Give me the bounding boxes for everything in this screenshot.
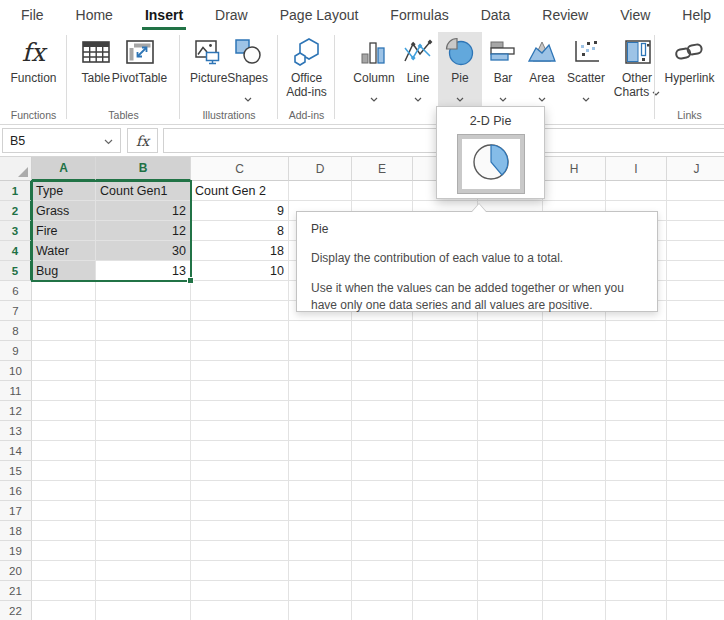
cell-C7[interactable] xyxy=(191,301,289,321)
row-header-17[interactable]: 17 xyxy=(0,501,32,521)
cell-D10[interactable] xyxy=(289,361,352,381)
cell-C22[interactable] xyxy=(191,601,289,620)
row-header-16[interactable]: 16 xyxy=(0,481,32,501)
cell-C8[interactable] xyxy=(191,321,289,341)
column-header-D[interactable]: D xyxy=(289,157,352,181)
cell-F22[interactable] xyxy=(413,601,478,620)
cell-G12[interactable] xyxy=(478,401,543,421)
cell-H17[interactable] xyxy=(543,501,606,521)
cell-I21[interactable] xyxy=(606,581,667,601)
row-header-4[interactable]: 4 xyxy=(0,241,32,261)
tab-file[interactable]: File xyxy=(5,0,60,30)
cell-D8[interactable] xyxy=(289,321,352,341)
cell-G11[interactable] xyxy=(478,381,543,401)
cell-B6[interactable] xyxy=(96,281,191,301)
cell-J9[interactable] xyxy=(667,341,724,361)
cell-A20[interactable] xyxy=(32,561,96,581)
cell-B18[interactable] xyxy=(96,521,191,541)
cell-D11[interactable] xyxy=(289,381,352,401)
cell-E20[interactable] xyxy=(352,561,413,581)
row-header-15[interactable]: 15 xyxy=(0,461,32,481)
cell-A5[interactable]: Bug xyxy=(32,261,96,281)
cell-I9[interactable] xyxy=(606,341,667,361)
cell-F13[interactable] xyxy=(413,421,478,441)
line-chart-button[interactable]: Line xyxy=(402,32,434,106)
cell-G9[interactable] xyxy=(478,341,543,361)
cell-C11[interactable] xyxy=(191,381,289,401)
insert-function-button[interactable]: fx xyxy=(127,128,158,153)
cell-I13[interactable] xyxy=(606,421,667,441)
cell-J21[interactable] xyxy=(667,581,724,601)
hyperlink-button[interactable]: Hyperlink xyxy=(664,32,714,106)
cell-E21[interactable] xyxy=(352,581,413,601)
function-button[interactable]: fx Function xyxy=(10,32,56,106)
cell-B22[interactable] xyxy=(96,601,191,620)
cell-I22[interactable] xyxy=(606,601,667,620)
cell-J13[interactable] xyxy=(667,421,724,441)
cell-B20[interactable] xyxy=(96,561,191,581)
cell-F20[interactable] xyxy=(413,561,478,581)
row-header-21[interactable]: 21 xyxy=(0,581,32,601)
row-header-22[interactable]: 22 xyxy=(0,601,32,620)
tab-formulas[interactable]: Formulas xyxy=(374,0,464,30)
cell-D19[interactable] xyxy=(289,541,352,561)
cell-J10[interactable] xyxy=(667,361,724,381)
cell-J17[interactable] xyxy=(667,501,724,521)
cell-C10[interactable] xyxy=(191,361,289,381)
tab-data[interactable]: Data xyxy=(465,0,527,30)
cell-C15[interactable] xyxy=(191,461,289,481)
cell-H8[interactable] xyxy=(543,321,606,341)
cell-A8[interactable] xyxy=(32,321,96,341)
cell-D20[interactable] xyxy=(289,561,352,581)
column-header-B[interactable]: B xyxy=(96,157,191,181)
row-header-11[interactable]: 11 xyxy=(0,381,32,401)
cell-G20[interactable] xyxy=(478,561,543,581)
cell-H15[interactable] xyxy=(543,461,606,481)
cell-A4[interactable]: Water xyxy=(32,241,96,261)
cell-A7[interactable] xyxy=(32,301,96,321)
cell-J8[interactable] xyxy=(667,321,724,341)
cell-G17[interactable] xyxy=(478,501,543,521)
cell-F11[interactable] xyxy=(413,381,478,401)
office-addins-button[interactable]: Office Add-ins xyxy=(286,32,327,106)
cell-F17[interactable] xyxy=(413,501,478,521)
bar-chart-button[interactable]: Bar xyxy=(486,32,520,106)
column-header-E[interactable]: E xyxy=(352,157,413,181)
select-all-corner[interactable] xyxy=(0,157,32,181)
cell-H22[interactable] xyxy=(543,601,606,620)
cell-H21[interactable] xyxy=(543,581,606,601)
cell-E11[interactable] xyxy=(352,381,413,401)
cell-E10[interactable] xyxy=(352,361,413,381)
fill-handle[interactable] xyxy=(187,277,194,284)
cell-A17[interactable] xyxy=(32,501,96,521)
cell-C13[interactable] xyxy=(191,421,289,441)
cell-G14[interactable] xyxy=(478,441,543,461)
tab-review[interactable]: Review xyxy=(526,0,604,30)
cell-J16[interactable] xyxy=(667,481,724,501)
cell-G15[interactable] xyxy=(478,461,543,481)
tab-insert[interactable]: Insert xyxy=(129,0,199,30)
row-header-18[interactable]: 18 xyxy=(0,521,32,541)
cell-D14[interactable] xyxy=(289,441,352,461)
cell-E13[interactable] xyxy=(352,421,413,441)
cell-H9[interactable] xyxy=(543,341,606,361)
cell-F12[interactable] xyxy=(413,401,478,421)
2d-pie-option[interactable] xyxy=(458,135,524,193)
cell-F18[interactable] xyxy=(413,521,478,541)
cell-G13[interactable] xyxy=(478,421,543,441)
cell-J1[interactable] xyxy=(667,181,724,201)
cell-G10[interactable] xyxy=(478,361,543,381)
cell-C9[interactable] xyxy=(191,341,289,361)
cell-B12[interactable] xyxy=(96,401,191,421)
cell-B14[interactable] xyxy=(96,441,191,461)
cell-C4[interactable]: 18 xyxy=(191,241,289,261)
cell-B15[interactable] xyxy=(96,461,191,481)
cell-A3[interactable]: Fire xyxy=(32,221,96,241)
cell-H11[interactable] xyxy=(543,381,606,401)
cell-C20[interactable] xyxy=(191,561,289,581)
cell-C2[interactable]: 9 xyxy=(191,201,289,221)
cell-I10[interactable] xyxy=(606,361,667,381)
column-header-H[interactable]: H xyxy=(543,157,606,181)
cell-A6[interactable] xyxy=(32,281,96,301)
cell-I8[interactable] xyxy=(606,321,667,341)
